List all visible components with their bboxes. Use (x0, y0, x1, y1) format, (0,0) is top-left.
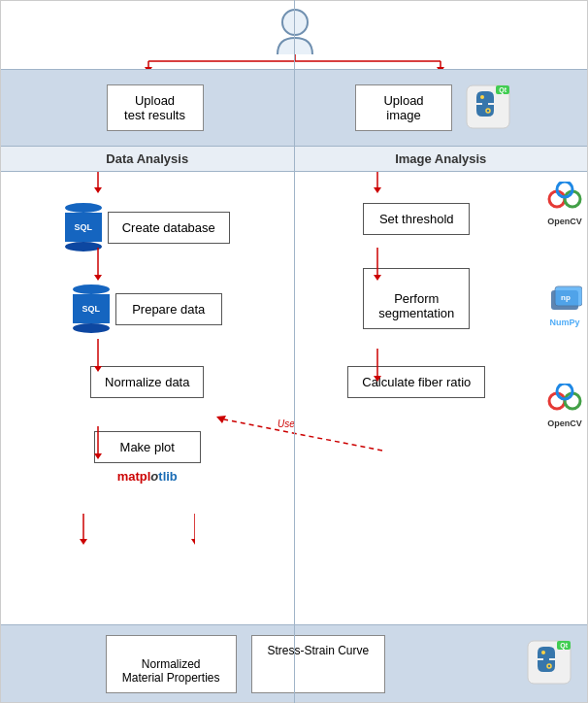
upload-image-box[interactable]: Upload image (355, 84, 452, 131)
sql-icon-1: SQL (65, 203, 102, 251)
perform-segmentation-box[interactable]: Perform segmentation (363, 268, 470, 329)
footer-section: Normalized Material Properties Stress-St… (1, 624, 587, 702)
make-plot-box[interactable]: Make plot (94, 431, 201, 463)
step-set-threshold: Set threshold (363, 203, 470, 235)
svg-point-42 (541, 651, 545, 654)
matplotlib-label: matplotlib (117, 469, 178, 484)
col-label-image: Image Analysis (295, 147, 588, 171)
opencv-svg-1 (547, 182, 582, 217)
svg-point-0 (282, 10, 308, 35)
opencv-svg-2 (547, 384, 582, 418)
step-create-db: SQL Create database (65, 203, 230, 251)
opencv-icon-2: OpenCV (547, 384, 582, 428)
create-database-box[interactable]: Create database (108, 212, 230, 244)
svg-marker-24 (374, 187, 381, 193)
col-label-data: Data Analysis (1, 147, 295, 171)
normalize-data-box[interactable]: Normalize data (90, 366, 204, 398)
output-stress-strain[interactable]: Stress-Strain Curve (251, 635, 386, 693)
left-column: SQL Create database SQL Prepare (1, 172, 295, 624)
numpy-icon: np NumPy (547, 283, 582, 327)
qt-badge-bottom: Qt (557, 641, 571, 650)
footer-right: Qt (475, 639, 572, 688)
upload-test-label: Upload test results (124, 93, 185, 122)
header-right: Upload image Qt (294, 84, 572, 133)
calculate-fiber-ratio-box[interactable]: Calculate fiber ratio (347, 366, 485, 398)
footer-divider (294, 0, 295, 703)
python-qt-badge-bottom: Qt (526, 639, 572, 688)
python-qt-badge-top: Qt (465, 84, 511, 133)
right-column: OpenCV np NumPy (295, 172, 588, 624)
svg-marker-20 (80, 539, 87, 545)
right-tech-icons: OpenCV np NumPy (547, 182, 582, 428)
header-left: Upload test results (16, 84, 294, 131)
svg-marker-12 (94, 187, 102, 193)
svg-text:np: np (561, 293, 571, 302)
svg-point-9 (480, 95, 484, 99)
prepare-data-box[interactable]: Prepare data (115, 293, 222, 325)
svg-point-43 (547, 664, 551, 668)
footer-outputs: Normalized Material Properties Stress-St… (16, 635, 475, 693)
qt-badge: Qt (496, 85, 509, 94)
upload-test-box[interactable]: Upload test results (107, 84, 204, 131)
step-normalize: Normalize data (90, 366, 204, 398)
step-perform-seg: Perform segmentation (363, 268, 470, 329)
step-calc-fiber: Calculate fiber ratio (347, 366, 485, 398)
diagram-container: Upload test results Upload image Qt (0, 0, 588, 703)
set-threshold-box[interactable]: Set threshold (363, 203, 470, 235)
svg-marker-22 (191, 539, 195, 545)
opencv-icon-1: OpenCV (547, 182, 582, 226)
step-prepare-data: SQL Prepare data (73, 285, 222, 333)
step-make-plot: Make plot matplotlib (94, 431, 201, 484)
svg-point-10 (486, 109, 490, 113)
svg-marker-14 (94, 275, 102, 281)
numpy-svg: np (547, 283, 582, 318)
sql-icon-2: SQL (73, 285, 110, 333)
upload-image-label: Upload image (383, 93, 423, 122)
output-normalized[interactable]: Normalized Material Properties (106, 635, 237, 693)
